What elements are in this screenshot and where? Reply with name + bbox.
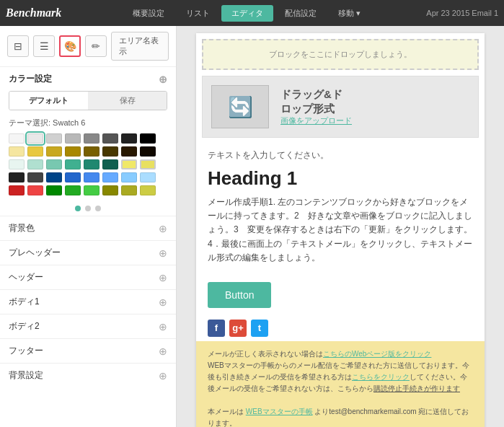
section-label-header: ヘッダー <box>9 271 43 283</box>
swatch[interactable] <box>121 172 137 182</box>
swatch[interactable] <box>84 172 100 182</box>
swatch[interactable] <box>65 133 81 144</box>
swatch[interactable] <box>102 133 118 144</box>
paint-icon-btn[interactable]: 🎨 <box>59 35 81 57</box>
webmaster-link[interactable]: WEBマスターの手帳 <box>246 408 313 415</box>
swatch[interactable] <box>27 185 43 195</box>
swatch[interactable] <box>46 172 62 182</box>
swatch[interactable] <box>121 146 137 157</box>
swatch[interactable] <box>102 185 118 195</box>
swatch[interactable] <box>27 159 43 170</box>
swatch-highlight[interactable] <box>121 159 137 170</box>
swatch[interactable] <box>102 146 118 157</box>
swatch-row-1 <box>9 133 167 144</box>
drag-drop-title: ドラッグ&ドロップ形式 <box>280 87 352 115</box>
nav-tab-kaiyo[interactable]: 概要設定 <box>123 5 174 22</box>
pagination-dot-1[interactable] <box>75 206 81 211</box>
swatch[interactable] <box>84 146 100 157</box>
swatch[interactable] <box>102 172 118 182</box>
google-plus-icon[interactable]: g+ <box>229 320 247 337</box>
color-settings-title: カラー設定 <box>9 73 52 85</box>
swatch[interactable] <box>9 133 25 144</box>
swatch[interactable] <box>65 146 81 157</box>
section-label-bg-settings: 背景設定 <box>9 369 43 382</box>
swatch[interactable] <box>121 133 137 144</box>
swatch[interactable] <box>27 172 43 182</box>
swatch[interactable] <box>46 146 62 157</box>
button-block: Button <box>196 278 485 315</box>
web-version-link[interactable]: こちらのWebページ版をクリック <box>323 350 431 358</box>
image-block: 🔄 ドラッグ&ドロップ形式 画像をアップロード <box>202 76 479 138</box>
unsubscribe-link[interactable]: 購読停止手続きが作ります <box>373 384 460 392</box>
nav-tab-move[interactable]: 移動 <box>328 5 371 22</box>
swatch[interactable] <box>65 159 81 170</box>
swatch[interactable] <box>46 159 62 170</box>
section-plus-header: ⊕ <box>159 272 167 283</box>
swatch[interactable] <box>102 159 118 170</box>
swatch[interactable] <box>9 146 25 157</box>
sidebar: ⊟ ☰ 🎨 ✏ エリア名表示 カラー設定 ⊕ デフォルト 保存 テーマ選択: S… <box>0 26 177 427</box>
tab-save[interactable]: 保存 <box>88 92 167 110</box>
swatch-row-3 <box>9 159 167 170</box>
top-navigation: Benchmark 概要設定 リスト エディタ 配信設定 移動 Apr 23 2… <box>0 0 504 26</box>
section-plus-body2: ⊕ <box>159 321 167 333</box>
pencil-icon: ✏ <box>92 40 100 52</box>
color-tab-group: デフォルト 保存 <box>9 91 167 110</box>
nav-tab-delivery[interactable]: 配信設定 <box>275 5 327 22</box>
image-text: ドラッグ&ドロップ形式 画像をアップロード <box>280 87 352 126</box>
image-placeholder[interactable]: 🔄 <box>211 85 269 128</box>
swatch[interactable] <box>140 133 156 144</box>
area-name-button[interactable]: エリア名表示 <box>111 32 169 61</box>
layers-icon-btn[interactable]: ☰ <box>33 35 55 57</box>
swatch-row-4 <box>9 172 167 182</box>
facebook-icon[interactable]: f <box>208 320 225 337</box>
section-label-footer: フッター <box>9 345 43 357</box>
swatch[interactable] <box>140 185 156 195</box>
color-settings-header: カラー設定 ⊕ <box>0 67 176 88</box>
section-label-body2: ボディ2 <box>9 320 40 333</box>
sidebar-section-background[interactable]: 背景色 ⊕ <box>0 216 176 240</box>
swatch[interactable] <box>9 159 25 170</box>
sidebar-section-bg-settings[interactable]: 背景設定 ⊕ <box>0 363 176 387</box>
drop-zone[interactable]: ブロックをここにドロップしましょう。 <box>202 39 479 70</box>
upload-link[interactable]: 画像をアップロード <box>280 115 352 126</box>
swatch[interactable] <box>121 185 137 195</box>
continue-link[interactable]: こちらをクリック <box>352 373 410 381</box>
color-settings-plus-icon[interactable]: ⊕ <box>159 74 167 85</box>
tab-default[interactable]: デフォルト <box>9 92 88 110</box>
sidebar-section-body2[interactable]: ボディ2 ⊕ <box>0 314 176 338</box>
nav-tab-list[interactable]: リスト <box>176 5 220 22</box>
swatch[interactable] <box>65 185 81 195</box>
swatch-selected[interactable] <box>27 133 43 144</box>
sidebar-section-preheader[interactable]: プレヘッダー ⊕ <box>0 240 176 265</box>
swatch[interactable] <box>65 172 81 182</box>
swatch[interactable] <box>84 185 100 195</box>
swatch[interactable] <box>84 159 100 170</box>
swatch[interactable] <box>140 146 156 157</box>
swatch[interactable] <box>9 185 25 195</box>
twitter-icon[interactable]: t <box>251 320 268 337</box>
email-cta-button[interactable]: Button <box>208 282 271 308</box>
swatch[interactable] <box>46 133 62 144</box>
swatch[interactable] <box>9 172 25 182</box>
pagination-dot-3[interactable] <box>95 206 101 211</box>
sidebar-section-body1[interactable]: ボディ1 ⊕ <box>0 289 176 314</box>
section-plus-body1: ⊕ <box>159 296 167 308</box>
sidebar-section-footer[interactable]: フッター ⊕ <box>0 338 176 363</box>
swatch[interactable] <box>84 133 100 144</box>
email-footer-note: メールが正しく表示されない場合はこちらのWebページ版をクリック WEBマスター… <box>196 341 485 427</box>
layers-icon: ☰ <box>40 40 49 52</box>
columns-icon-btn[interactable]: ⊟ <box>7 35 29 57</box>
swatch[interactable] <box>140 172 156 182</box>
pagination-dot-2[interactable] <box>85 206 91 211</box>
email-canvas: ブロックをここにドロップしましょう。 🔄 ドラッグ&ドロップ形式 画像をアップロ… <box>196 33 485 427</box>
swatch-highlight[interactable] <box>140 159 156 170</box>
section-label-background: 背景色 <box>9 222 35 234</box>
sidebar-section-header[interactable]: ヘッダー ⊕ <box>0 265 176 289</box>
swatch[interactable] <box>27 146 43 157</box>
section-label-preheader: プレヘッダー <box>9 247 61 259</box>
pencil-icon-btn[interactable]: ✏ <box>85 35 107 57</box>
swatch[interactable] <box>46 185 62 195</box>
nav-tab-editor[interactable]: エディタ <box>221 5 273 22</box>
social-row: f g+ t <box>196 315 485 341</box>
